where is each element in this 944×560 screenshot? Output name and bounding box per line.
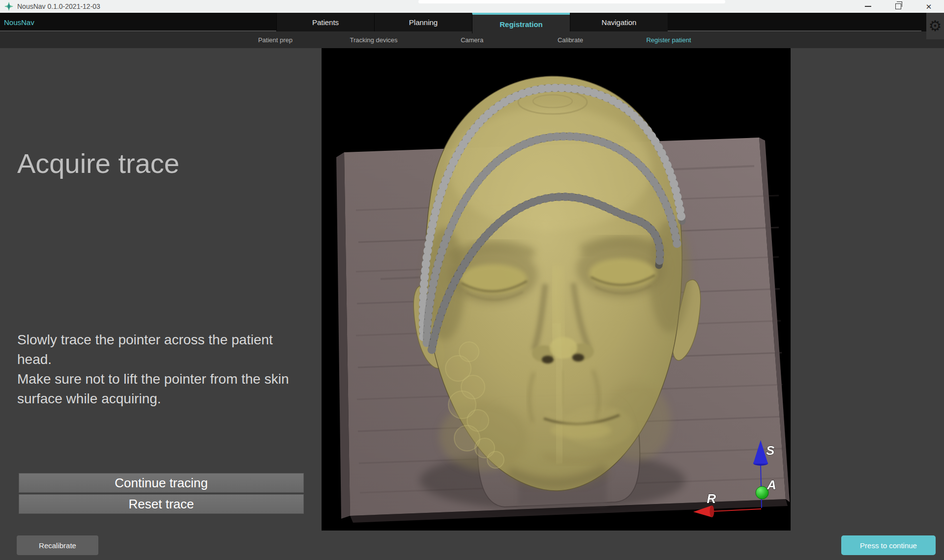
step-patient-prep[interactable]: Patient prep	[226, 31, 324, 48]
close-icon: ✕	[926, 3, 932, 10]
gear-icon: ⚙	[929, 19, 942, 33]
instruction-line-1: Slowly trace the pointer across the pati…	[17, 330, 295, 369]
app-logo-icon	[4, 2, 13, 11]
tab-patients[interactable]: Patients	[276, 13, 374, 31]
window-controls: ✕	[853, 0, 944, 13]
threed-scene: S A R	[322, 48, 791, 531]
application-window: NousNav 0.1.0-2021-12-03 ✕ NousNav Patie…	[0, 0, 944, 560]
main-tab-bar: NousNav Patients Planning Registration N…	[0, 13, 944, 31]
minimize-icon	[865, 6, 871, 7]
title-bar: NousNav 0.1.0-2021-12-03 ✕	[0, 0, 944, 13]
axis-label-anterior: A	[767, 477, 776, 492]
axis-label-right: R	[707, 491, 716, 506]
titlebar-highlight	[418, 0, 725, 3]
instruction-line-2: Make sure not to lift the pointer from t…	[17, 369, 295, 409]
page-title: Acquire trace	[17, 147, 312, 179]
minimize-button[interactable]	[853, 0, 883, 13]
reset-trace-button[interactable]: Reset trace	[19, 494, 304, 514]
step-register-patient[interactable]: Register patient	[620, 31, 718, 48]
press-to-continue-button[interactable]: Press to continue	[841, 535, 936, 555]
tab-registration[interactable]: Registration	[472, 13, 570, 33]
step-tracking-devices[interactable]: Tracking devices	[324, 31, 423, 48]
restore-button[interactable]	[883, 0, 914, 13]
threed-viewport[interactable]: S A R	[322, 48, 791, 531]
tab-navigation[interactable]: Navigation	[570, 13, 668, 31]
step-calibrate[interactable]: Calibrate	[521, 31, 620, 48]
registration-step-bar: Patient prep Tracking devices Camera Cal…	[0, 31, 944, 48]
restore-icon	[895, 3, 901, 9]
recalibrate-button[interactable]: Recalibrate	[17, 535, 98, 555]
tab-planning[interactable]: Planning	[374, 13, 472, 31]
step-camera[interactable]: Camera	[423, 31, 521, 48]
tab-strip: Patients Planning Registration Navigatio…	[0, 13, 944, 31]
instructions-text: Slowly trace the pointer across the pati…	[17, 330, 295, 409]
window-title: NousNav 0.1.0-2021-12-03	[17, 2, 100, 10]
continue-tracing-button[interactable]: Continue tracing	[19, 473, 304, 493]
settings-button[interactable]: ⚙	[926, 13, 944, 39]
axis-label-superior: S	[766, 443, 775, 458]
close-button[interactable]: ✕	[914, 0, 944, 13]
